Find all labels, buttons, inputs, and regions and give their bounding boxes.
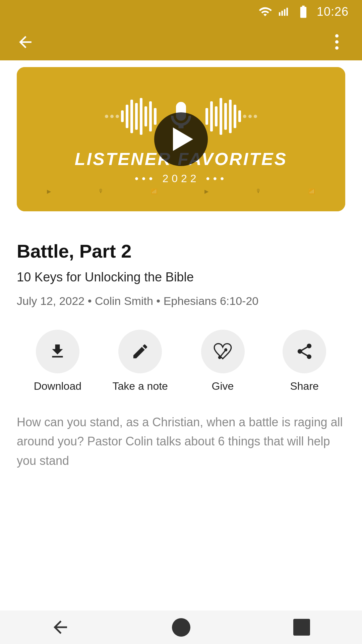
back-button[interactable]: [13, 30, 37, 54]
action-row: Download Take a note Give: [17, 330, 345, 392]
nav-stop-square-icon: [293, 619, 310, 636]
download-circle: [36, 330, 79, 373]
take-a-note-action[interactable]: Take a note: [112, 330, 168, 392]
bg-mic-icon2: 🎙: [256, 188, 261, 194]
play-button[interactable]: [154, 112, 208, 166]
signal-icon: [278, 6, 290, 18]
download-label: Download: [34, 380, 81, 392]
download-icon: [48, 342, 67, 361]
toolbar: [0, 23, 362, 60]
share-circle: [283, 330, 326, 373]
bg-wifi-icon: 📶: [151, 188, 158, 195]
series-title: 10 Keys for Unlocking the Bible: [17, 269, 345, 285]
give-circle: [201, 330, 245, 373]
svg-point-0: [218, 356, 221, 359]
bg-mic-icon: 🎙: [98, 188, 104, 194]
three-dots-icon: [335, 34, 339, 50]
bg-youtube-icon: ▶: [47, 188, 51, 195]
left-waveform: [105, 98, 157, 135]
note-icon: [131, 342, 149, 361]
nav-back-button[interactable]: [47, 614, 74, 641]
give-label: Give: [212, 380, 234, 392]
more-options-button[interactable]: [325, 30, 349, 54]
bottom-nav: [0, 610, 362, 644]
download-action[interactable]: Download: [31, 330, 84, 392]
episode-description: How can you stand, as a Christian, when …: [17, 413, 345, 471]
take-a-note-label: Take a note: [112, 380, 168, 392]
svg-point-1: [224, 348, 227, 351]
bg-youtube-icon2: ▶: [204, 188, 208, 195]
right-waveform: [205, 98, 257, 135]
share-label: Share: [290, 380, 318, 392]
card-year: ••• 2022 •••: [135, 172, 227, 185]
play-triangle-icon: [173, 127, 193, 151]
content-area: Battle, Part 2 10 Keys for Unlocking the…: [0, 223, 362, 610]
episode-meta: July 12, 2022 • Colin Smith • Ephesians …: [17, 292, 345, 310]
wifi-icon: [258, 5, 272, 18]
nav-back-icon: [50, 617, 70, 637]
back-arrow-icon: [16, 33, 35, 51]
episode-title: Battle, Part 2: [17, 240, 345, 262]
take-a-note-circle: [118, 330, 162, 373]
give-action[interactable]: Give: [196, 330, 250, 392]
nav-home-circle-icon: [172, 618, 190, 637]
give-icon: [214, 342, 232, 361]
status-bar: 10:26: [0, 0, 362, 23]
podcast-card: LISTENER FAVORITES ••• 2022 ••• ▶ 🎙 📶 ▶ …: [17, 67, 345, 211]
nav-stop-button[interactable]: [288, 614, 315, 641]
status-icons: 10:26: [258, 4, 349, 19]
battery-icon: [296, 4, 311, 19]
bg-wifi-icon2: 📶: [308, 188, 315, 195]
share-action[interactable]: Share: [278, 330, 331, 392]
nav-home-button[interactable]: [168, 614, 194, 641]
status-time: 10:26: [317, 5, 349, 19]
share-icon: [295, 342, 314, 361]
